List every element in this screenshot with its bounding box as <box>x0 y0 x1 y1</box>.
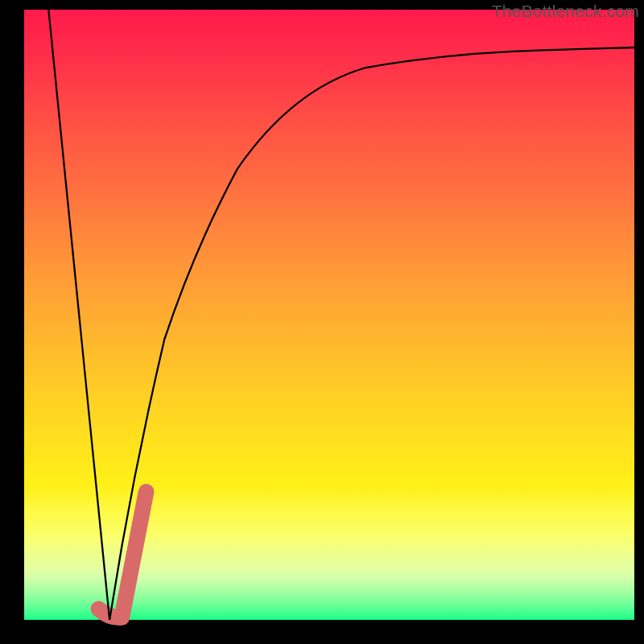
bottleneck-curve-right <box>109 47 634 620</box>
bottleneck-curve-left <box>48 10 109 620</box>
curve-layer <box>24 10 634 620</box>
watermark-text: TheBottleneck.com <box>492 2 639 21</box>
highlight-segment <box>98 492 146 617</box>
chart-stage: TheBottleneck.com <box>0 0 644 644</box>
plot-area <box>24 10 634 620</box>
